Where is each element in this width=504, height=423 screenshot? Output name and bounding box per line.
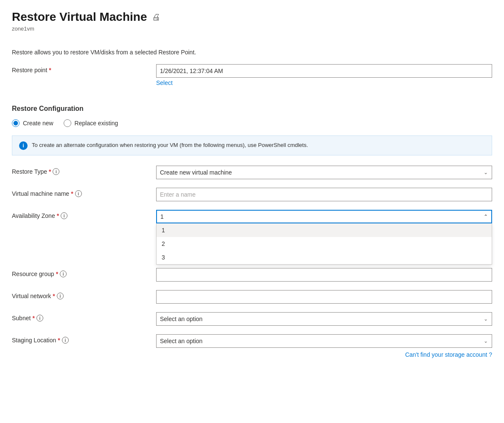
subnet-row: Subnet * i Select an option ⌄ (12, 312, 492, 326)
subnet-info-icon[interactable]: i (36, 315, 43, 321)
vnet-required: * (53, 293, 55, 299)
vm-name-required: * (71, 190, 73, 197)
restore-type-dropdown-wrapper: Create new virtual machine Restore disks… (156, 166, 492, 179)
radio-create-new[interactable]: Create new (12, 119, 53, 127)
restore-point-control: 1/26/2021, 12:37:04 AM Select (156, 64, 492, 86)
info-banner-text: To create an alternate configuration whe… (32, 141, 308, 149)
resource-group-row: Resource group * i (12, 268, 492, 282)
radio-replace-existing-label: Replace existing (75, 120, 118, 127)
restore-point-select-link[interactable]: Select (156, 79, 492, 86)
restore-configuration-radio-group: Create new Replace existing (12, 119, 492, 127)
footer-link-area: Can't find your storage account ? (156, 351, 492, 358)
page-description: Restore allows you to restore VM/disks f… (12, 49, 492, 56)
availability-zone-label: Availability Zone * i (12, 210, 156, 219)
staging-location-select[interactable]: Select an option (156, 334, 492, 348)
radio-replace-existing-input[interactable] (64, 119, 71, 127)
restore-type-label: Restore Type * i (12, 166, 156, 175)
restore-point-required: * (49, 67, 51, 73)
page-title-row: Restore Virtual Machine 🖨 (12, 10, 492, 24)
vm-name-label: Virtual machine name * i (12, 188, 156, 197)
staging-info-icon[interactable]: i (62, 337, 69, 344)
staging-dropdown-wrapper: Select an option ⌄ (156, 334, 492, 348)
virtual-network-input[interactable] (156, 290, 492, 304)
staging-location-control: Select an option ⌄ Can't find your stora… (156, 334, 492, 358)
subnet-select[interactable]: Select an option (156, 312, 492, 326)
vm-name-input[interactable] (156, 188, 492, 201)
restore-type-row: Restore Type * i Create new virtual mach… (12, 166, 492, 179)
rg-info-icon[interactable]: i (60, 271, 67, 277)
availability-zone-row: Availability Zone * i 1 ⌃ 1 2 3 (12, 210, 492, 223)
vm-name-row: Virtual machine name * i (12, 188, 492, 201)
restore-point-value: 1/26/2021, 12:37:04 AM (156, 64, 492, 78)
az-info-icon[interactable]: i (61, 212, 67, 219)
resource-group-control (156, 268, 492, 282)
resource-group-label: Resource group * i (12, 268, 156, 277)
az-option-1[interactable]: 1 (157, 223, 492, 237)
staging-location-label: Staging Location * i (12, 334, 156, 344)
subnet-required: * (32, 315, 34, 321)
az-dropdown-container: 1 ⌃ 1 2 3 (156, 210, 492, 223)
restore-type-control: Create new virtual machine Restore disks… (156, 166, 492, 179)
az-selected-box[interactable]: 1 ⌃ (156, 210, 492, 223)
subnet-label: Subnet * i (12, 312, 156, 321)
az-dropdown-list: 1 2 3 (156, 223, 492, 265)
restore-type-select[interactable]: Create new virtual machine Restore disks (156, 166, 492, 179)
staging-location-row: Staging Location * i Select an option ⌄ … (12, 334, 492, 358)
az-selected-value: 1 (160, 213, 164, 220)
virtual-network-row: Virtual network * i (12, 290, 492, 304)
vm-name-control (156, 188, 492, 201)
restore-point-label: Restore point * (12, 64, 156, 73)
restore-configuration-section-title: Restore Configuration (12, 105, 492, 113)
print-icon[interactable]: 🖨 (152, 12, 160, 22)
virtual-network-label: Virtual network * i (12, 290, 156, 299)
virtual-network-control (156, 290, 492, 304)
az-option-2[interactable]: 2 (157, 237, 492, 251)
az-required: * (57, 212, 59, 219)
restore-point-row: Restore point * 1/26/2021, 12:37:04 AM S… (12, 64, 492, 86)
az-chevron-up-icon: ⌃ (484, 214, 488, 220)
subnet-dropdown-wrapper: Select an option ⌄ (156, 312, 492, 326)
radio-create-new-label: Create new (23, 120, 53, 127)
az-control: 1 ⌃ 1 2 3 (156, 210, 492, 223)
restore-type-info-icon[interactable]: i (53, 168, 59, 175)
info-banner-icon: i (19, 141, 28, 150)
radio-replace-existing[interactable]: Replace existing (64, 119, 118, 127)
cant-find-storage-link[interactable]: Can't find your storage account ? (405, 351, 492, 358)
page-title: Restore Virtual Machine (12, 10, 147, 24)
vm-name-info-icon[interactable]: i (75, 190, 82, 197)
subnet-control: Select an option ⌄ (156, 312, 492, 326)
info-banner: i To create an alternate configuration w… (12, 135, 492, 155)
radio-create-new-input[interactable] (12, 119, 20, 127)
staging-required: * (58, 337, 60, 344)
rg-required: * (56, 271, 58, 277)
restore-type-required: * (49, 168, 51, 175)
az-option-3[interactable]: 3 (157, 251, 492, 264)
vnet-info-icon[interactable]: i (57, 293, 64, 299)
page-subtitle: zone1vm (12, 25, 492, 32)
resource-group-input[interactable] (156, 268, 492, 282)
